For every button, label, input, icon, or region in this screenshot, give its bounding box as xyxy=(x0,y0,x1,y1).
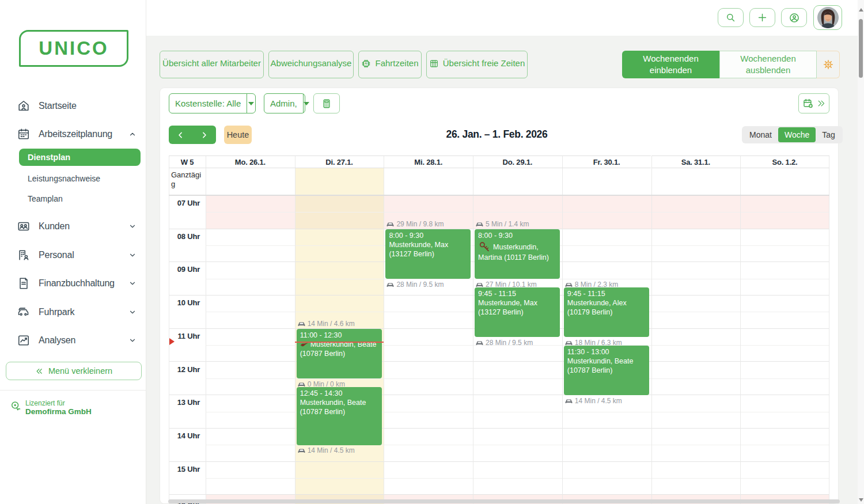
sidebar-item-personal[interactable]: Personal xyxy=(17,247,137,263)
appointment-event[interactable]: 12:45 - 14:30 Musterkundin, Beate (10787… xyxy=(297,387,382,445)
travel-time: 5 Min / 1.4 km xyxy=(476,219,529,228)
add-button[interactable] xyxy=(749,8,775,27)
abweichungsanalyse-button[interactable]: Abweichungsanalyse xyxy=(268,51,354,78)
fahrtzeiten-button[interactable]: AI Fahrtzeiten xyxy=(358,51,422,78)
hour-label: 08 Uhr xyxy=(169,232,200,241)
sidebar-item-fuhrpark[interactable]: Fuhrpark xyxy=(17,304,137,320)
user-avatar-button[interactable] xyxy=(813,5,842,30)
sidebar-item-label: Finanzbuchhaltung xyxy=(39,278,120,289)
appointment-event[interactable]: 8:00 - 9:30 Musterkundin, Martina (10117… xyxy=(475,229,560,279)
search-button[interactable] xyxy=(718,8,744,27)
appointment-event[interactable]: 11:00 - 12:30 Musterkundin, Beate (10787… xyxy=(297,329,382,379)
license-badge-icon xyxy=(10,400,21,412)
day-header: Sa. 31.1. xyxy=(651,156,741,168)
horizontal-scrollbar[interactable] xyxy=(168,499,840,503)
button-label: Abweichungsanalyse xyxy=(271,58,352,68)
weekend-hide-button[interactable]: Wochenenden ausblenden xyxy=(719,51,817,78)
day-header: Fr. 30.1. xyxy=(562,156,651,168)
sidebar-item-label: Fuhrpark xyxy=(39,307,120,317)
scroll-up-arrow-icon[interactable] xyxy=(859,8,863,12)
calendar-grid: W 5 Mo. 26.1. Di. 27.1. Mi. 28.1. Do. 29… xyxy=(169,156,829,504)
chevron-down-icon xyxy=(128,279,137,287)
hour-label: 10 Uhr xyxy=(169,298,200,307)
table-icon xyxy=(429,59,439,69)
button-label: Übersicht aller Mitarbeiter xyxy=(162,58,261,68)
document-icon xyxy=(17,277,30,290)
view-monat-button[interactable]: Monat xyxy=(743,127,778,142)
ai-chip-icon: AI xyxy=(361,59,371,69)
event-client: Musterkundin, Martina (10117 Berlin) xyxy=(478,240,556,262)
chevron-down-icon xyxy=(128,222,137,230)
sidebar-item-leistungsnachweise[interactable]: Leistungsnachweise xyxy=(28,174,100,183)
appointment-event[interactable]: 11:30 - 13:00 Musterkundin, Beate (10787… xyxy=(564,346,649,396)
chevron-up-icon xyxy=(128,130,137,138)
grid-line xyxy=(829,156,829,504)
open-planner-button[interactable] xyxy=(798,93,829,113)
uebersicht-mitarbeiter-button[interactable]: Übersicht aller Mitarbeiter xyxy=(160,51,264,78)
sidebar-item-kunden[interactable]: Kunden xyxy=(17,218,137,234)
day-header: So. 1.2. xyxy=(740,156,829,168)
view-tag-button[interactable]: Tag xyxy=(816,127,842,142)
cost-center-select[interactable]: Kostenstelle: Alle xyxy=(169,93,256,113)
calculator-button[interactable] xyxy=(313,93,340,113)
event-time: 9:45 - 11:15 xyxy=(478,289,556,298)
fleet-icon xyxy=(17,306,30,319)
view-woche-button[interactable]: Woche xyxy=(778,127,816,142)
travel-time: 28 Min / 9.5 km xyxy=(386,280,444,289)
sidebar-item-analysen[interactable]: Analysen xyxy=(17,332,137,348)
sidebar-item-label: Analysen xyxy=(39,335,120,346)
next-week-button[interactable] xyxy=(192,126,216,144)
appointment-event[interactable]: 9:45 - 11:15 Musterkunde, Alex (10179 Be… xyxy=(564,287,649,338)
sidebar-item-dienstplan[interactable]: Dienstplan xyxy=(19,149,141,166)
grid-line xyxy=(562,156,563,504)
calendar-plus-icon xyxy=(803,98,814,109)
home-icon xyxy=(17,100,30,112)
day-header: Mi. 28.1. xyxy=(384,156,473,168)
customers-icon xyxy=(17,220,30,233)
travel-time-label: 28 Min / 9.5 km xyxy=(396,281,444,289)
sidebar-subitem-label: Dienstplan xyxy=(28,153,70,162)
grid-line xyxy=(169,156,169,504)
dropdown-caret-zone[interactable] xyxy=(247,94,255,113)
event-time: 8:00 - 9:30 xyxy=(478,231,556,240)
sidebar-item-label: Arbeitszeitplanung xyxy=(39,129,120,139)
collapse-menu-button[interactable]: Menü verkleinern xyxy=(6,362,142,380)
employee-select[interactable]: Admin, xyxy=(264,93,305,113)
grid-line xyxy=(473,156,473,504)
plus-icon xyxy=(757,12,768,23)
appointment-event[interactable]: 8:00 - 9:30 Musterkunde, Max (13127 Berl… xyxy=(385,229,471,279)
hour-row: 12 Uhr xyxy=(169,362,829,396)
today-button[interactable]: Heute xyxy=(224,126,252,144)
hour-label: 15 Uhr xyxy=(169,465,200,473)
vertical-scrollbar[interactable] xyxy=(858,0,864,504)
grid-line xyxy=(206,156,206,504)
sidebar-item-arbeitszeitplanung[interactable]: Arbeitszeitplanung xyxy=(17,126,137,142)
dropdown-caret-zone[interactable] xyxy=(303,94,309,113)
day-header: Di. 27.1. xyxy=(295,156,384,168)
grid-line xyxy=(740,156,741,504)
sidebar-item-teamplan[interactable]: Teamplan xyxy=(28,194,63,203)
week-number-cell: W 5 xyxy=(169,156,206,168)
weekend-show-button[interactable]: Wochenenden einblenden xyxy=(622,51,719,78)
uebersicht-freie-zeiten-button[interactable]: Übersicht freie Zeiten xyxy=(426,51,528,78)
scrollbar-thumb[interactable] xyxy=(859,19,863,78)
event-client: Musterkundin, Beate (10787 Berlin) xyxy=(300,398,378,416)
weekend-settings-button[interactable] xyxy=(817,51,840,78)
sidebar-item-finanzbuchhaltung[interactable]: Finanzbuchhaltung xyxy=(17,275,137,291)
today-label: Heute xyxy=(227,130,249,139)
appointment-event[interactable]: 9:45 - 11:15 Musterkunde, Max (13127 Ber… xyxy=(475,287,560,338)
scroll-down-arrow-icon[interactable] xyxy=(859,498,863,502)
license-company: Demofirma GmbH xyxy=(25,407,92,416)
current-time-line xyxy=(295,342,384,343)
day-header: Do. 29.1. xyxy=(473,156,562,168)
prev-week-button[interactable] xyxy=(169,126,192,144)
travel-time: 14 Min / 4.5 km xyxy=(298,446,355,454)
sidebar: UNICO Startseite Arbeitszeitplanung Dien… xyxy=(0,0,146,504)
event-client: Musterkunde, Max (13127 Berlin) xyxy=(389,240,467,259)
travel-time: 29 Min / 9.8 km xyxy=(386,219,444,228)
travel-time-label: 28 Min / 9.5 km xyxy=(486,339,533,347)
account-button[interactable] xyxy=(781,8,807,27)
unico-logo: UNICO xyxy=(19,30,128,67)
button-label: Fahrtzeiten xyxy=(375,58,418,68)
sidebar-item-startseite[interactable]: Startseite xyxy=(17,98,137,114)
